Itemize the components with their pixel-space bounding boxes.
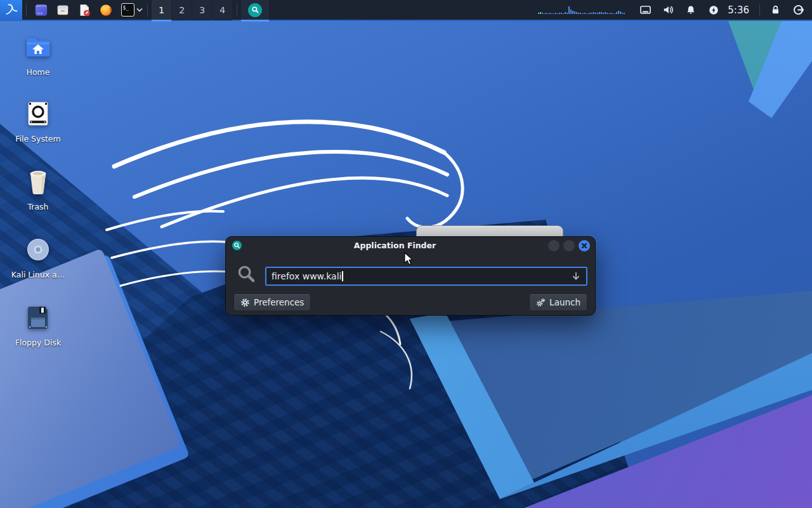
power-manager-tray[interactable] xyxy=(702,0,725,20)
down-arrow-icon[interactable] xyxy=(571,271,581,281)
power-icon xyxy=(708,4,719,16)
minimize-button[interactable] xyxy=(548,240,560,251)
terminal-icon: $_ xyxy=(121,3,134,17)
panel-separator xyxy=(759,4,760,17)
workspace-label: 1 xyxy=(159,5,164,15)
launcher-window-app[interactable] xyxy=(30,0,52,20)
search-input[interactable]: firefox www.kali xyxy=(265,267,587,286)
workspace-label: 4 xyxy=(219,5,225,15)
top-panel: $_ 1 2 3 4 xyxy=(0,0,812,21)
clock[interactable]: 5:36 xyxy=(725,4,756,16)
desktop-icon-label: File System xyxy=(15,134,61,144)
chevron-down-icon[interactable] xyxy=(136,6,143,14)
panel-separator xyxy=(26,4,27,17)
launcher-file-manager[interactable] xyxy=(52,0,74,20)
magnifier-icon xyxy=(237,264,256,286)
lock-icon xyxy=(770,4,781,15)
workspace-label: 3 xyxy=(199,5,205,15)
titlebar[interactable]: Application Finder xyxy=(226,237,595,254)
file-manager-icon xyxy=(56,3,70,17)
kali-dragon-icon xyxy=(4,3,19,18)
panel-separator xyxy=(237,4,237,17)
close-button[interactable] xyxy=(579,240,590,251)
search-input-value: firefox www.kali xyxy=(272,271,341,281)
window-title: Application Finder xyxy=(242,241,548,250)
workspace-1-button[interactable]: 1 xyxy=(152,0,171,20)
lock-screen-button[interactable] xyxy=(764,0,787,20)
notifications-tray[interactable] xyxy=(679,0,702,20)
logout-icon xyxy=(792,4,804,16)
home-folder-icon xyxy=(23,32,53,62)
bell-icon xyxy=(685,4,697,16)
maximize-button[interactable] xyxy=(563,240,575,251)
workspace-label: 2 xyxy=(179,5,185,15)
workspace-3-button[interactable]: 3 xyxy=(192,0,212,20)
display-settings-tray[interactable] xyxy=(634,0,657,20)
preferences-label: Preferences xyxy=(254,297,304,307)
launcher-firefox[interactable] xyxy=(95,0,117,20)
volume-tray[interactable] xyxy=(657,0,679,20)
launch-button[interactable]: Launch xyxy=(529,293,587,311)
app-finder-icon xyxy=(248,3,262,17)
taskbar-app-finder-button[interactable] xyxy=(241,0,269,20)
desktop-icon-home[interactable]: Home xyxy=(5,32,71,77)
system-monitor-graph[interactable] xyxy=(538,6,625,14)
desktop-icon-label: Floppy Disk xyxy=(15,338,61,347)
volume-icon xyxy=(662,4,674,16)
desktop-icon-trash[interactable]: Trash xyxy=(5,166,71,211)
window-app-icon xyxy=(34,3,48,17)
panel-separator xyxy=(147,4,148,17)
workspace-2-button[interactable]: 2 xyxy=(172,0,192,20)
text-editor-icon xyxy=(77,3,91,17)
hard-drive-icon xyxy=(23,98,53,129)
applications-menu-button[interactable] xyxy=(0,0,22,20)
desktop-icon-floppy[interactable]: Floppy Disk xyxy=(5,302,71,347)
desktop-icon-file-system[interactable]: File System xyxy=(5,98,71,144)
desktop-icon-label: Trash xyxy=(27,202,48,211)
app-finder-icon xyxy=(232,241,242,250)
gear-icon xyxy=(240,298,250,307)
launcher-text-editor[interactable] xyxy=(74,0,95,20)
display-icon xyxy=(639,4,652,16)
workspace-4-button[interactable]: 4 xyxy=(213,0,232,20)
logout-button[interactable] xyxy=(787,0,809,20)
launch-gears-icon xyxy=(536,298,546,307)
preferences-button[interactable]: Preferences xyxy=(233,293,311,311)
floppy-disk-icon xyxy=(23,302,53,333)
text-caret xyxy=(342,271,343,281)
mouse-cursor xyxy=(404,252,414,269)
desktop-icon-label: Home xyxy=(27,67,50,77)
launch-label: Launch xyxy=(549,297,580,307)
firefox-icon xyxy=(99,3,113,17)
desktop-icon-kali-cd[interactable]: Kali Linux a… xyxy=(5,234,71,279)
desktop-icon-label: Kali Linux a… xyxy=(11,270,65,279)
launcher-terminal[interactable]: $_ xyxy=(117,0,138,20)
close-icon xyxy=(581,243,587,249)
application-finder-window: Application Finder firefox www.kali xyxy=(225,236,596,316)
cdrom-icon xyxy=(23,234,53,265)
trash-icon xyxy=(23,166,53,197)
